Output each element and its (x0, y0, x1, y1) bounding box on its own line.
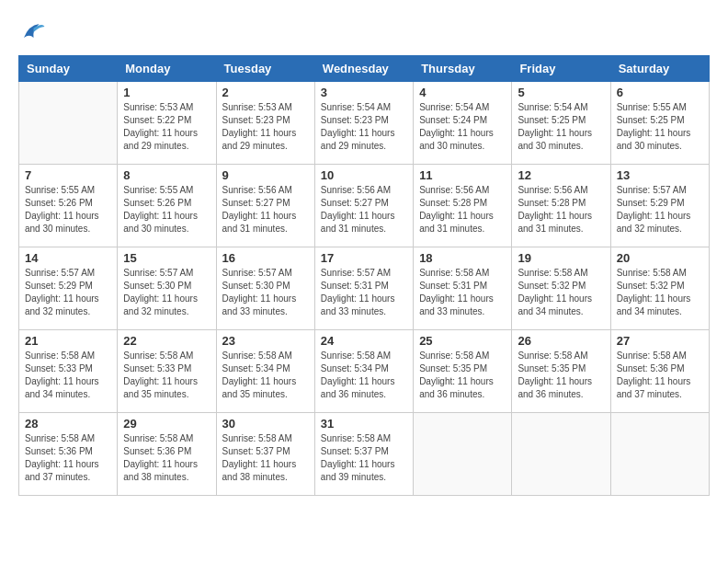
day-info: Sunrise: 5:58 AM Sunset: 5:36 PM Dayligh… (123, 432, 210, 484)
page-header (18, 18, 710, 46)
day-info: Sunrise: 5:58 AM Sunset: 5:37 PM Dayligh… (222, 432, 309, 484)
calendar-cell: 23Sunrise: 5:58 AM Sunset: 5:34 PM Dayli… (216, 330, 314, 413)
day-number: 7 (25, 168, 111, 182)
week-row-3: 14Sunrise: 5:57 AM Sunset: 5:29 PM Dayli… (19, 247, 710, 330)
calendar-cell: 27Sunrise: 5:58 AM Sunset: 5:36 PM Dayli… (610, 330, 709, 413)
calendar-cell: 14Sunrise: 5:57 AM Sunset: 5:29 PM Dayli… (19, 247, 118, 330)
day-info: Sunrise: 5:56 AM Sunset: 5:27 PM Dayligh… (321, 184, 407, 236)
calendar-cell: 21Sunrise: 5:58 AM Sunset: 5:33 PM Dayli… (19, 330, 118, 413)
day-info: Sunrise: 5:58 AM Sunset: 5:34 PM Dayligh… (321, 350, 407, 401)
day-info: Sunrise: 5:58 AM Sunset: 5:33 PM Dayligh… (123, 350, 210, 401)
day-number: 19 (518, 251, 604, 265)
day-info: Sunrise: 5:55 AM Sunset: 5:26 PM Dayligh… (123, 184, 210, 236)
header-thursday: Thursday (414, 56, 512, 82)
day-number: 27 (617, 334, 703, 348)
day-info: Sunrise: 5:57 AM Sunset: 5:29 PM Dayligh… (25, 267, 111, 318)
week-row-5: 28Sunrise: 5:58 AM Sunset: 5:36 PM Dayli… (19, 413, 710, 496)
calendar-cell: 5Sunrise: 5:54 AM Sunset: 5:25 PM Daylig… (512, 82, 610, 165)
day-number: 17 (321, 251, 407, 265)
day-info: Sunrise: 5:58 AM Sunset: 5:32 PM Dayligh… (518, 267, 604, 318)
calendar-cell: 22Sunrise: 5:58 AM Sunset: 5:33 PM Dayli… (118, 330, 216, 413)
day-number: 1 (123, 86, 210, 99)
header-tuesday: Tuesday (216, 56, 314, 82)
day-number: 16 (222, 251, 309, 265)
day-number: 11 (419, 168, 506, 182)
day-info: Sunrise: 5:57 AM Sunset: 5:30 PM Dayligh… (222, 267, 309, 318)
calendar-cell: 8Sunrise: 5:55 AM Sunset: 5:26 PM Daylig… (118, 165, 216, 247)
day-number: 8 (123, 168, 210, 182)
header-sunday: Sunday (19, 56, 118, 82)
calendar-cell (414, 413, 512, 496)
day-number: 30 (222, 417, 309, 431)
day-info: Sunrise: 5:54 AM Sunset: 5:24 PM Dayligh… (419, 101, 506, 153)
day-info: Sunrise: 5:58 AM Sunset: 5:37 PM Dayligh… (321, 432, 407, 484)
day-info: Sunrise: 5:53 AM Sunset: 5:23 PM Dayligh… (222, 101, 309, 153)
calendar-cell: 12Sunrise: 5:56 AM Sunset: 5:28 PM Dayli… (512, 165, 610, 247)
calendar-cell: 17Sunrise: 5:57 AM Sunset: 5:31 PM Dayli… (314, 247, 413, 330)
day-number: 22 (123, 334, 210, 348)
header-monday: Monday (118, 56, 216, 82)
day-info: Sunrise: 5:57 AM Sunset: 5:30 PM Dayligh… (123, 267, 210, 318)
day-info: Sunrise: 5:57 AM Sunset: 5:29 PM Dayligh… (617, 184, 703, 236)
calendar-cell: 16Sunrise: 5:57 AM Sunset: 5:30 PM Dayli… (216, 247, 314, 330)
calendar-cell: 13Sunrise: 5:57 AM Sunset: 5:29 PM Dayli… (610, 165, 709, 247)
day-number: 15 (123, 251, 210, 265)
day-info: Sunrise: 5:58 AM Sunset: 5:35 PM Dayligh… (518, 350, 604, 401)
day-number: 28 (25, 417, 111, 431)
calendar-cell: 1Sunrise: 5:53 AM Sunset: 5:22 PM Daylig… (118, 82, 216, 165)
logo-icon (18, 18, 46, 46)
day-info: Sunrise: 5:58 AM Sunset: 5:32 PM Dayligh… (617, 267, 703, 318)
day-info: Sunrise: 5:56 AM Sunset: 5:27 PM Dayligh… (222, 184, 309, 236)
day-info: Sunrise: 5:56 AM Sunset: 5:28 PM Dayligh… (419, 184, 506, 236)
day-info: Sunrise: 5:53 AM Sunset: 5:22 PM Dayligh… (123, 101, 210, 153)
day-number: 26 (518, 334, 604, 348)
calendar-cell: 31Sunrise: 5:58 AM Sunset: 5:37 PM Dayli… (314, 413, 413, 496)
calendar-cell: 26Sunrise: 5:58 AM Sunset: 5:35 PM Dayli… (512, 330, 610, 413)
week-row-4: 21Sunrise: 5:58 AM Sunset: 5:33 PM Dayli… (19, 330, 710, 413)
day-info: Sunrise: 5:54 AM Sunset: 5:25 PM Dayligh… (518, 101, 604, 153)
calendar-cell: 9Sunrise: 5:56 AM Sunset: 5:27 PM Daylig… (216, 165, 314, 247)
calendar-cell: 2Sunrise: 5:53 AM Sunset: 5:23 PM Daylig… (216, 82, 314, 165)
day-info: Sunrise: 5:58 AM Sunset: 5:36 PM Dayligh… (25, 432, 111, 484)
day-number: 4 (419, 86, 506, 99)
logo (18, 18, 50, 46)
calendar-cell: 29Sunrise: 5:58 AM Sunset: 5:36 PM Dayli… (118, 413, 216, 496)
day-number: 20 (617, 251, 703, 265)
day-number: 12 (518, 168, 604, 182)
day-number: 14 (25, 251, 111, 265)
calendar-cell: 15Sunrise: 5:57 AM Sunset: 5:30 PM Dayli… (118, 247, 216, 330)
calendar-cell (19, 82, 118, 165)
week-row-2: 7Sunrise: 5:55 AM Sunset: 5:26 PM Daylig… (19, 165, 710, 247)
day-info: Sunrise: 5:58 AM Sunset: 5:33 PM Dayligh… (25, 350, 111, 401)
calendar-cell: 4Sunrise: 5:54 AM Sunset: 5:24 PM Daylig… (414, 82, 512, 165)
calendar-cell: 11Sunrise: 5:56 AM Sunset: 5:28 PM Dayli… (414, 165, 512, 247)
day-info: Sunrise: 5:58 AM Sunset: 5:34 PM Dayligh… (222, 350, 309, 401)
calendar-cell (512, 413, 610, 496)
day-info: Sunrise: 5:54 AM Sunset: 5:23 PM Dayligh… (321, 101, 407, 153)
calendar-table: SundayMondayTuesdayWednesdayThursdayFrid… (18, 55, 710, 496)
calendar-cell: 30Sunrise: 5:58 AM Sunset: 5:37 PM Dayli… (216, 413, 314, 496)
calendar-cell: 7Sunrise: 5:55 AM Sunset: 5:26 PM Daylig… (19, 165, 118, 247)
day-number: 31 (321, 417, 407, 431)
calendar-cell: 25Sunrise: 5:58 AM Sunset: 5:35 PM Dayli… (414, 330, 512, 413)
header-saturday: Saturday (610, 56, 709, 82)
day-number: 24 (321, 334, 407, 348)
day-number: 3 (321, 86, 407, 99)
day-number: 23 (222, 334, 309, 348)
day-number: 5 (518, 86, 604, 99)
day-number: 21 (25, 334, 111, 348)
calendar-cell: 10Sunrise: 5:56 AM Sunset: 5:27 PM Dayli… (314, 165, 413, 247)
day-info: Sunrise: 5:55 AM Sunset: 5:25 PM Dayligh… (617, 101, 703, 153)
day-info: Sunrise: 5:55 AM Sunset: 5:26 PM Dayligh… (25, 184, 111, 236)
calendar-cell: 28Sunrise: 5:58 AM Sunset: 5:36 PM Dayli… (19, 413, 118, 496)
calendar-cell: 18Sunrise: 5:58 AM Sunset: 5:31 PM Dayli… (414, 247, 512, 330)
day-number: 29 (123, 417, 210, 431)
day-number: 13 (617, 168, 703, 182)
header-row: SundayMondayTuesdayWednesdayThursdayFrid… (19, 56, 710, 82)
day-info: Sunrise: 5:57 AM Sunset: 5:31 PM Dayligh… (321, 267, 407, 318)
calendar-cell (610, 413, 709, 496)
calendar-cell: 24Sunrise: 5:58 AM Sunset: 5:34 PM Dayli… (314, 330, 413, 413)
calendar-cell: 6Sunrise: 5:55 AM Sunset: 5:25 PM Daylig… (610, 82, 709, 165)
calendar-cell: 20Sunrise: 5:58 AM Sunset: 5:32 PM Dayli… (610, 247, 709, 330)
header-wednesday: Wednesday (314, 56, 413, 82)
